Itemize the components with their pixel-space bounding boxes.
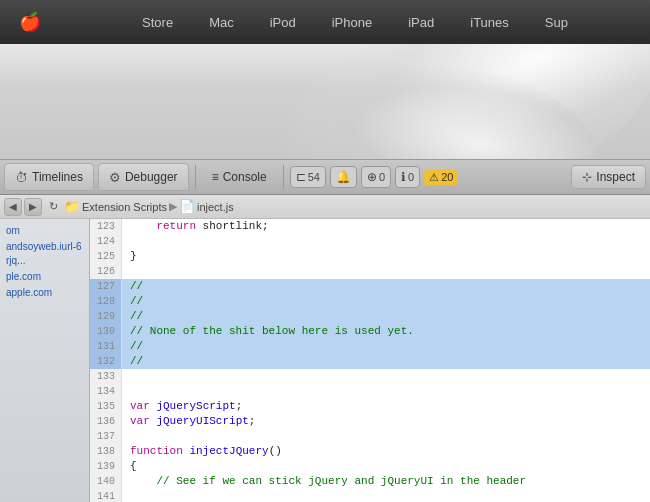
code-line-136: 136 var jQueryUIScript; <box>90 414 650 429</box>
badge-warn: ⚠ 20 <box>424 170 458 185</box>
warn-icon: ⚠ <box>429 171 439 184</box>
line-content-129: // <box>122 309 143 324</box>
line-content-135: var jQueryScript; <box>122 399 242 414</box>
folder-icon: 📁 <box>64 199 80 214</box>
breadcrumb-file: inject.js <box>197 201 234 213</box>
refresh-button[interactable]: ↻ <box>44 198 62 216</box>
sidebar-item-andsoyweb[interactable]: andsoyweb.iurl-6rjq... <box>0 239 89 269</box>
code-editor[interactable]: 123 return shortlink; 124 125 } 126 127 … <box>90 219 650 502</box>
code-line-132: 132 // <box>90 354 650 369</box>
line-num-132: 132 <box>90 354 122 369</box>
line-num-131: 131 <box>90 339 122 354</box>
line-content-138: function injectJQuery() <box>122 444 282 459</box>
badge-b0: ⊕ 0 <box>361 166 391 188</box>
apple-nav: 🍎 Store Mac iPod iPhone iPad iTunes Sup <box>0 0 650 44</box>
line-content-140: // See if we can stick jQuery and jQuery… <box>122 474 526 489</box>
hero-area <box>0 44 650 159</box>
code-line-139: 139 { <box>90 459 650 474</box>
badge-54: ⊏ 54 <box>290 166 326 188</box>
code-line-133: 133 <box>90 369 650 384</box>
nav-itunes[interactable]: iTunes <box>452 0 527 44</box>
code-line-135: 135 var jQueryScript; <box>90 399 650 414</box>
warn-count: 20 <box>441 171 453 183</box>
console-icon: ≡ <box>212 170 219 184</box>
line-content-126 <box>122 264 137 279</box>
breadcrumb-folder: Extension Scripts <box>82 201 167 213</box>
back-button[interactable]: ◀ <box>4 198 22 216</box>
code-line-123: 123 return shortlink; <box>90 219 650 234</box>
line-num-139: 139 <box>90 459 122 474</box>
line-content-133 <box>122 369 137 384</box>
line-num-134: 134 <box>90 384 122 399</box>
alert-icon: 🔔 <box>336 170 351 184</box>
badge-54-count: 54 <box>308 171 320 183</box>
i0-icon: ℹ <box>401 170 406 184</box>
nav-mac[interactable]: Mac <box>191 0 252 44</box>
code-line-138: 138 function injectJQuery() <box>90 444 650 459</box>
sidebar-item-om[interactable]: om <box>0 223 89 239</box>
line-num-129: 129 <box>90 309 122 324</box>
nav-sup[interactable]: Sup <box>527 0 586 44</box>
line-content-139: { <box>122 459 137 474</box>
tab-timelines[interactable]: ⏱ Timelines <box>4 163 94 191</box>
line-content-125: } <box>122 249 137 264</box>
tab-console-label: Console <box>223 170 267 184</box>
code-line-129: 129 // <box>90 309 650 324</box>
nav-ipad[interactable]: iPad <box>390 0 452 44</box>
breadcrumb-bar: ◀ ▶ ↻ 📁 Extension Scripts ▶ 📄 inject.js <box>0 195 650 219</box>
code-line-125: 125 } <box>90 249 650 264</box>
line-num-130: 130 <box>90 324 122 339</box>
tab-timelines-label: Timelines <box>32 170 83 184</box>
code-line-130: 130 // None of the shit below here is us… <box>90 324 650 339</box>
nav-store[interactable]: Store <box>124 0 191 44</box>
b0-icon: ⊕ <box>367 170 377 184</box>
nav-iphone[interactable]: iPhone <box>314 0 390 44</box>
line-content-132: // <box>122 354 143 369</box>
line-num-126: 126 <box>90 264 122 279</box>
nav-items: Store Mac iPod iPhone iPad iTunes Sup <box>60 0 650 44</box>
line-content-141 <box>122 489 137 502</box>
inspect-icon: ⊹ <box>582 170 592 184</box>
breadcrumb-sep: ▶ <box>169 200 177 213</box>
tab-debugger-label: Debugger <box>125 170 178 184</box>
b0-count: 0 <box>379 171 385 183</box>
debugger-icon: ⚙ <box>109 170 121 185</box>
toolbar-divider2 <box>283 165 284 189</box>
line-content-136: var jQueryUIScript; <box>122 414 255 429</box>
inspect-label: Inspect <box>596 170 635 184</box>
badge-alert: 🔔 <box>330 166 357 188</box>
code-line-141: 141 <box>90 489 650 502</box>
line-num-133: 133 <box>90 369 122 384</box>
line-num-127: 127 <box>90 279 122 294</box>
code-line-126: 126 <box>90 264 650 279</box>
code-line-124: 124 <box>90 234 650 249</box>
code-line-140: 140 // See if we can stick jQuery and jQ… <box>90 474 650 489</box>
inspect-button[interactable]: ⊹ Inspect <box>571 165 646 189</box>
sidebar-item-apple[interactable]: apple.com <box>0 285 89 301</box>
line-content-127: // <box>122 279 143 294</box>
line-content-128: // <box>122 294 143 309</box>
code-line-128: 128 // <box>90 294 650 309</box>
tab-console[interactable]: ≡ Console <box>202 167 277 187</box>
badge-i0: ℹ 0 <box>395 166 420 188</box>
line-num-135: 135 <box>90 399 122 414</box>
code-line-127: 127 // <box>90 279 650 294</box>
line-num-128: 128 <box>90 294 122 309</box>
line-num-137: 137 <box>90 429 122 444</box>
line-content-130: // None of the shit below here is used y… <box>122 324 414 339</box>
code-line-137: 137 <box>90 429 650 444</box>
line-num-136: 136 <box>90 414 122 429</box>
line-content-124 <box>122 234 137 249</box>
line-num-125: 125 <box>90 249 122 264</box>
toolbar-divider <box>195 165 196 189</box>
sidebar-item-ple[interactable]: ple.com <box>0 269 89 285</box>
code-line-131: 131 // <box>90 339 650 354</box>
forward-button[interactable]: ▶ <box>24 198 42 216</box>
sidebar: om andsoyweb.iurl-6rjq... ple.com apple.… <box>0 219 90 502</box>
apple-logo[interactable]: 🍎 <box>0 11 60 33</box>
line-content-134 <box>122 384 137 399</box>
line-num-124: 124 <box>90 234 122 249</box>
tab-debugger[interactable]: ⚙ Debugger <box>98 163 189 191</box>
nav-ipod[interactable]: iPod <box>252 0 314 44</box>
code-line-134: 134 <box>90 384 650 399</box>
